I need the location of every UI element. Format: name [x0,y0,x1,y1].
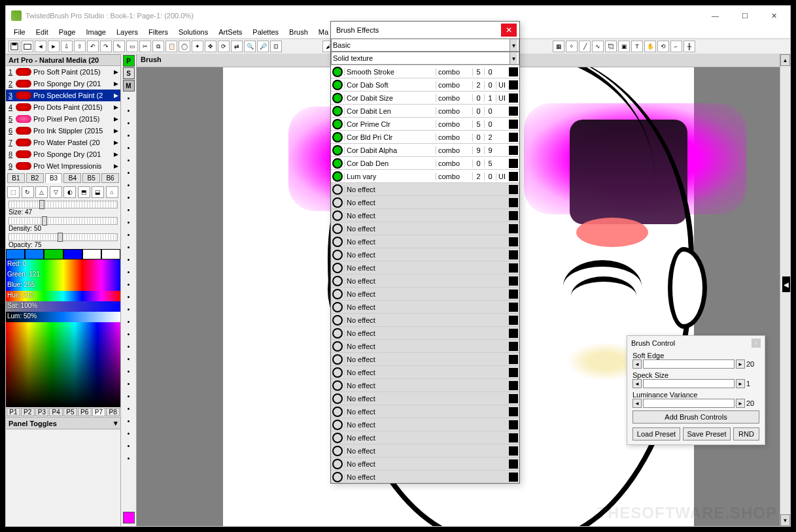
effect-color-swatch[interactable] [509,133,518,142]
brush-row[interactable]: 7 Pro Water Pastel (20 ▶ [6,137,120,148]
effect-color-swatch[interactable] [509,159,518,168]
effect-color-swatch[interactable] [509,433,518,442]
palette-tab[interactable]: P7 [92,408,106,416]
effect-row[interactable]: No effect [331,339,519,352]
effect-type[interactable]: combo [436,120,472,128]
effect-toggle-icon[interactable] [332,171,343,182]
effect-value-1[interactable]: 5 [472,68,484,76]
effect-toggle-icon[interactable] [332,472,343,482]
palette-tab[interactable]: P1 [7,408,20,416]
effect-toggle-icon[interactable] [332,80,343,90]
effect-color-swatch[interactable] [509,211,518,220]
strip-slot[interactable] [123,204,135,216]
palette-tab[interactable]: P5 [63,408,77,416]
strip-s[interactable]: S [123,67,135,79]
slider-left-arrow-icon[interactable]: ◄ [632,379,642,388]
strip-slot[interactable] [123,117,135,129]
effect-toggle-icon[interactable] [332,237,343,247]
color-picker[interactable] [6,322,120,407]
effect-value-2[interactable]: 0 [484,107,496,115]
effect-color-swatch[interactable] [509,368,518,377]
effect-row[interactable]: No effect [331,444,519,457]
strip-slot[interactable] [123,266,135,278]
strip-slot[interactable] [123,179,135,191]
page-prev-icon[interactable]: ◄ [35,41,46,52]
brush-control-close-icon[interactable]: › [752,339,761,348]
strip-slot[interactable] [123,303,135,315]
strip-slot[interactable] [123,415,135,427]
effect-value-1[interactable]: 0 [472,159,484,167]
strip-slot[interactable] [123,353,135,365]
menu-filters[interactable]: Filters [143,27,173,37]
effect-color-swatch[interactable] [509,355,518,364]
effect-row[interactable]: No effect [331,418,519,431]
effect-row[interactable]: No effect [331,313,519,326]
effect-row[interactable]: No effect [331,352,519,365]
dialog-close-button[interactable]: ✕ [501,24,517,37]
brush-control-titlebar[interactable]: Brush Control › [627,336,765,350]
scroll-down-icon[interactable]: ▼ [780,514,790,526]
effect-toggle-icon[interactable] [332,367,343,378]
strip-slot[interactable] [123,341,135,352]
effect-value-1[interactable]: 0 [472,133,484,141]
effect-row[interactable]: No effect [331,235,519,248]
slider-track[interactable] [643,399,735,408]
effect-color-swatch[interactable] [509,381,518,390]
effect-toggle-icon[interactable] [332,210,343,221]
save-icon[interactable] [9,41,20,52]
zoom-in-icon[interactable]: 🔍 [244,41,256,52]
artset-header[interactable]: Art Pro - Natural Media (20 [6,54,120,66]
collapse-right-panel-icon[interactable]: ◀ [782,276,790,292]
cut-icon[interactable]: ✂ [139,41,151,52]
effect-type[interactable]: combo [436,68,472,76]
brush-row[interactable]: 3 Pro Speckled Paint (2 ▶ [6,90,120,101]
effect-color-swatch[interactable] [509,120,518,129]
effect-row[interactable]: Lum vary combo 2 0 UI [331,169,519,182]
effect-color-swatch[interactable] [509,224,518,233]
hsl-sliders[interactable]: Hue: 212 Sat: 100% Lum: 50% [6,291,120,322]
minimize-button[interactable]: — [701,7,730,25]
effect-row[interactable]: No effect [331,405,519,418]
effect-value-2[interactable]: 0 [484,120,496,128]
tc-5[interactable]: ◐ [63,186,76,198]
strip-current-color[interactable] [123,512,135,524]
effect-toggle-icon[interactable] [332,158,343,169]
effect-color-swatch[interactable] [509,473,518,482]
strip-slot[interactable] [123,154,135,166]
slider-right-arrow-icon[interactable]: ► [736,359,745,369]
effect-row[interactable]: Cor Bld Pri Clr combo 0 2 [331,130,519,143]
strip-slot[interactable] [123,129,135,141]
effect-value-2[interactable]: 9 [484,146,496,154]
effect-type[interactable]: combo [436,173,472,180]
opacity-slider[interactable]: Opacity: 75 [6,233,120,249]
swatch-2[interactable] [25,249,44,259]
strip-slot[interactable] [123,316,135,327]
effect-toggle-icon[interactable] [332,106,343,116]
menu-brush[interactable]: Brush [284,27,313,37]
palette-tab[interactable]: P2 [21,408,35,416]
slider-track[interactable] [643,359,735,369]
load-preset-button[interactable]: Load Preset [632,427,680,441]
line-icon[interactable]: ╱ [579,41,591,52]
strip-slot[interactable] [123,390,135,402]
strip-slot[interactable] [123,167,135,178]
crop-icon[interactable]: ⌐ [670,41,682,52]
tc-7[interactable]: ⬓ [92,186,104,198]
tc-2[interactable]: ↻ [22,186,34,198]
effect-value-2[interactable]: 0 [484,81,496,89]
brush-row[interactable]: 5 Pro Pixel Pen (2015) ▶ [6,113,120,125]
effect-row[interactable]: No effect [331,248,519,261]
effect-color-swatch[interactable] [509,459,518,469]
effect-toggle-icon[interactable] [332,433,343,443]
strip-slot[interactable] [123,229,135,241]
copy-icon[interactable]: ⧉ [152,41,164,52]
effect-value-1[interactable]: 0 [472,94,484,102]
tc-6[interactable]: ⬒ [78,186,90,198]
effect-type[interactable]: combo [436,94,472,102]
effect-color-swatch[interactable] [509,67,518,76]
lasso-icon[interactable]: ◯ [179,41,190,52]
menu-solutions[interactable]: Solutions [173,27,213,37]
brush-bank-tab[interactable]: B4 [63,173,81,183]
brush-bank-tab[interactable]: B2 [26,173,44,183]
effect-toggle-icon[interactable] [332,446,343,456]
